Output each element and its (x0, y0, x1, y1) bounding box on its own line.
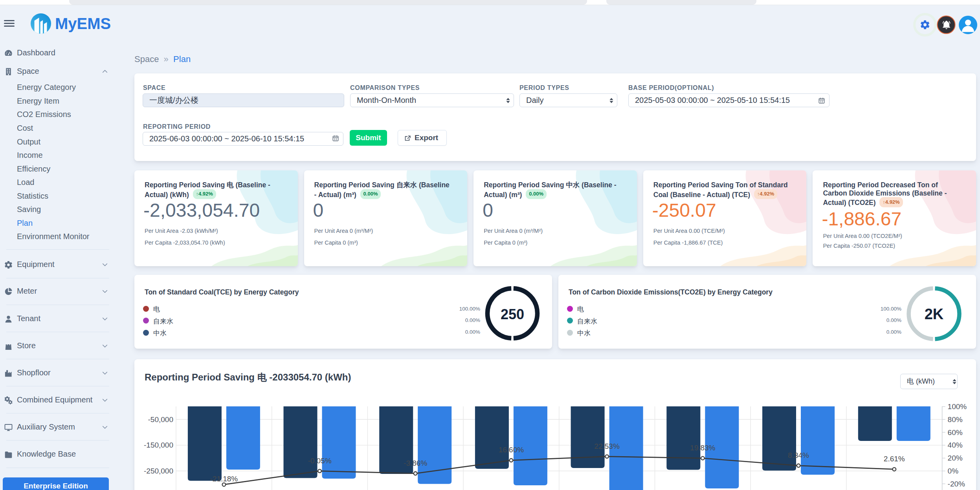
svg-text:-0.05%: -0.05% (308, 457, 331, 465)
svg-text:-250,000: -250,000 (144, 467, 173, 475)
svg-text:-50,000: -50,000 (148, 415, 173, 424)
svg-text:-150,000: -150,000 (144, 441, 173, 449)
svg-text:40%: 40% (948, 441, 963, 449)
svg-text:19.83%: 19.83% (690, 444, 716, 452)
svg-text:20%: 20% (948, 454, 963, 462)
svg-text:16.60%: 16.60% (499, 446, 524, 454)
svg-text:100%: 100% (948, 402, 967, 411)
svg-text:22.53%: 22.53% (594, 442, 620, 450)
svg-text:8.34%: 8.34% (788, 451, 809, 459)
svg-text:2.61%: 2.61% (884, 455, 905, 463)
svg-text:80%: 80% (948, 415, 963, 424)
svg-text:-20%: -20% (948, 480, 965, 488)
svg-text:0%: 0% (948, 467, 959, 475)
svg-text:-21.18%: -21.18% (210, 475, 238, 483)
svg-text:60%: 60% (948, 428, 963, 437)
svg-text:-3.86%: -3.86% (404, 459, 427, 467)
